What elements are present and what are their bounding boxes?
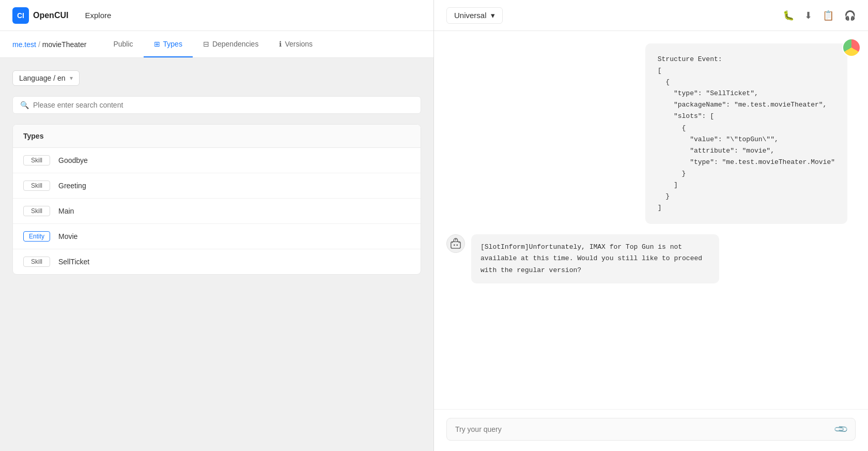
- breadcrumb-current: movieTheater: [42, 40, 87, 49]
- chevron-down-icon: ▾: [70, 74, 73, 82]
- language-label: Language / en: [19, 74, 66, 82]
- table-row[interactable]: Skill Main: [13, 199, 421, 224]
- types-table-header: Types: [13, 125, 421, 148]
- table-row[interactable]: Skill Goodbye: [13, 148, 421, 173]
- search-input[interactable]: [33, 101, 413, 109]
- tab-public-label: Public: [113, 40, 133, 48]
- type-name-sellticket: SellTicket: [58, 258, 89, 266]
- avatar: [842, 38, 861, 57]
- right-panel: Universal ▾ 🐛 ⬇ 📋 🎧 Structure Event: [ {…: [434, 0, 868, 451]
- tab-public[interactable]: Public: [103, 31, 143, 57]
- breadcrumb: me.test / movieTheater: [12, 40, 86, 49]
- type-name-movie: Movie: [58, 232, 78, 240]
- left-content: Language / en ▾ 🔍 Types Skill Goodbye Sk…: [0, 58, 433, 451]
- bot-avatar: [446, 234, 465, 253]
- badge-skill: Skill: [23, 155, 50, 166]
- bot-message-row: [SlotInform]Unfortunately, IMAX for Top …: [446, 234, 856, 283]
- table-row[interactable]: Entity Movie: [13, 224, 421, 249]
- bot-message-bubble: [SlotInform]Unfortunately, IMAX for Top …: [471, 234, 719, 283]
- logo-icon: CI: [12, 7, 29, 24]
- search-bar: 🔍: [12, 96, 421, 114]
- breadcrumb-link[interactable]: me.test: [12, 40, 36, 49]
- right-header-icons: 🐛 ⬇ 📋 🎧: [783, 10, 856, 21]
- input-area: 📎: [434, 409, 868, 451]
- language-selector[interactable]: Language / en ▾: [12, 70, 80, 86]
- tab-versions[interactable]: ℹ Versions: [269, 31, 323, 57]
- logo: CI OpenCUI: [12, 7, 68, 24]
- tab-types-label: Types: [163, 40, 182, 48]
- breadcrumb-separator: /: [38, 40, 40, 49]
- tab-dependencies[interactable]: ⊟ Dependencies: [193, 31, 269, 57]
- chevron-down-icon: ▾: [491, 11, 495, 20]
- tab-types-icon: ⊞: [154, 40, 160, 48]
- type-name-main: Main: [58, 207, 74, 215]
- right-header: Universal ▾ 🐛 ⬇ 📋 🎧: [434, 0, 868, 31]
- query-input[interactable]: [455, 425, 831, 433]
- svg-point-2: [456, 245, 458, 246]
- left-panel: CI OpenCUI Explore me.test / movieTheate…: [0, 0, 434, 451]
- table-row[interactable]: Skill SellTicket: [13, 249, 421, 274]
- chat-area: Structure Event: [ { "type": "SellTicket…: [434, 31, 868, 409]
- type-name-greeting: Greeting: [58, 182, 86, 190]
- logo-text: OpenCUI: [33, 11, 68, 20]
- badge-entity: Entity: [23, 231, 50, 242]
- types-table: Types Skill Goodbye Skill Greeting Skill…: [12, 124, 421, 275]
- attach-icon[interactable]: 📎: [833, 421, 849, 437]
- main-header: CI OpenCUI Explore: [0, 0, 433, 31]
- sub-header: me.test / movieTheater Public ⊞ Types ⊟ …: [0, 31, 433, 58]
- universal-label: Universal: [454, 11, 487, 20]
- tab-types[interactable]: ⊞ Types: [144, 31, 193, 57]
- badge-skill: Skill: [23, 181, 50, 191]
- download-icon[interactable]: ⬇: [804, 10, 812, 21]
- bug-icon[interactable]: 🐛: [783, 10, 794, 21]
- universal-selector[interactable]: Universal ▾: [446, 7, 503, 24]
- clipboard-icon[interactable]: 📋: [823, 10, 834, 21]
- input-box: 📎: [446, 418, 856, 441]
- tab-dependencies-icon: ⊟: [203, 40, 209, 48]
- tabs: Public ⊞ Types ⊟ Dependencies ℹ Versions: [103, 31, 323, 57]
- table-row[interactable]: Skill Greeting: [13, 173, 421, 199]
- tab-versions-icon: ℹ: [279, 40, 282, 48]
- nav-explore[interactable]: Explore: [85, 11, 111, 20]
- svg-point-1: [454, 245, 455, 246]
- search-icon: 🔍: [20, 101, 29, 109]
- type-name-goodbye: Goodbye: [58, 156, 88, 164]
- headset-icon[interactable]: 🎧: [844, 10, 856, 21]
- code-message-container: Structure Event: [ { "type": "SellTicket…: [446, 43, 856, 224]
- tab-dependencies-label: Dependencies: [212, 40, 259, 48]
- code-message: Structure Event: [ { "type": "SellTicket…: [645, 43, 847, 224]
- badge-skill: Skill: [23, 257, 50, 267]
- badge-skill: Skill: [23, 206, 50, 216]
- tab-versions-label: Versions: [285, 40, 313, 48]
